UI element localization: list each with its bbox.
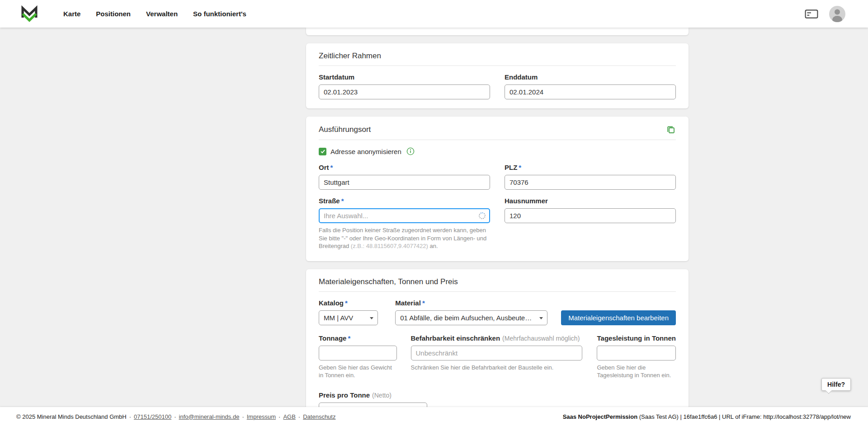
plz-input[interactable] [505, 175, 676, 190]
nav-item-positionen[interactable]: Positionen [96, 10, 131, 18]
loading-spinner-icon [479, 212, 486, 219]
tagesleistung-hint: Geben Sie hier die Tagesleistung in Tonn… [597, 364, 676, 379]
hausnummer-field: Hausnummer [505, 197, 676, 250]
katalog-field: Katalog * MM | AVV [319, 299, 378, 325]
footer-environment-info: Saas NoProjectPermission (Saas Test AG) … [563, 413, 851, 420]
help-button[interactable]: Hilfe? [821, 378, 851, 391]
katalog-select[interactable]: MM | AVV [319, 310, 378, 325]
preis-field: Preis pro Tonne (Netto) [319, 391, 676, 407]
required-marker: * [345, 299, 348, 307]
footer-saas-name: Saas NoProjectPermission [563, 413, 637, 420]
tagesleistung-label-text: Tagesleistung in Tonnen [597, 334, 675, 342]
preis-label-text: Preis pro Tonne [319, 391, 370, 399]
strasse-hint: Falls die Position keiner Straße zugeord… [319, 226, 490, 250]
plz-label-text: PLZ [505, 164, 517, 171]
footer-left: © 2025 Mineral Minds Deutschland GmbH · … [16, 413, 335, 420]
tagesleistung-input[interactable] [597, 346, 676, 360]
location-card: Ausführungsort Adresse anonymisieren [306, 117, 689, 261]
previous-card-bottom [306, 28, 689, 35]
form-column: Zeitlicher Rahmen Startdatum Enddatum [306, 28, 689, 407]
required-marker: * [422, 299, 425, 307]
location-title: Ausführungsort [319, 125, 371, 134]
material-field: Material * 01 Abfälle, die beim Aufsuche… [395, 299, 547, 325]
tonnage-label-text: Tonnage [319, 334, 346, 342]
startdatum-field: Startdatum [319, 73, 490, 99]
tonnage-input[interactable] [319, 346, 397, 360]
material-row-1: Katalog * MM | AVV Material * 01 Abfälle… [319, 299, 676, 325]
tagesleistung-field: Tagesleistung in Tonnen Geben Sie hier d… [597, 334, 676, 379]
footer-email-link[interactable]: info@mineral-minds.de [179, 413, 240, 420]
befahrbarkeit-label-note: (Mehrfachauswahl möglich) [502, 335, 580, 342]
hausnummer-label: Hausnummer [505, 197, 676, 205]
card-icon[interactable] [805, 9, 818, 19]
startdatum-input[interactable] [319, 84, 490, 99]
strasse-hint-end: an. [428, 243, 438, 249]
katalog-label-text: Katalog [319, 299, 344, 307]
footer-separator: · [174, 413, 176, 420]
required-marker: * [519, 164, 521, 171]
strasse-input[interactable] [319, 208, 490, 223]
ort-label-text: Ort [319, 164, 329, 171]
material-select[interactable]: 01 Abfälle, die beim Aufsuchen, Ausbeute… [395, 310, 547, 325]
material-title: Materialeigenschaften, Tonnen und Preis [319, 277, 458, 286]
location-title-row: Ausführungsort [319, 125, 676, 140]
footer: © 2025 Mineral Minds Deutschland GmbH · … [0, 407, 868, 426]
preis-label-note: (Netto) [372, 392, 392, 399]
plz-label: PLZ * [505, 164, 676, 171]
anonymize-checkbox[interactable] [319, 148, 326, 155]
enddatum-label-text: Enddatum [505, 73, 538, 81]
footer-copyright: © 2025 Mineral Minds Deutschland GmbH [16, 413, 127, 420]
ort-field: Ort * [319, 164, 490, 190]
footer-phone-link[interactable]: 07151/250100 [134, 413, 171, 420]
befahrbarkeit-input[interactable] [411, 346, 583, 360]
footer-impressum-link[interactable]: Impressum [247, 413, 276, 420]
nav-right [805, 6, 845, 22]
page-content: Zeitlicher Rahmen Startdatum Enddatum [0, 28, 868, 407]
enddatum-input[interactable] [505, 84, 676, 99]
anonymize-label: Adresse anonymisieren [330, 148, 401, 155]
material-label-text: Material [395, 299, 421, 307]
strasse-label: Straße * [319, 197, 490, 205]
preis-input[interactable] [319, 403, 427, 407]
location-grid: Ort * PLZ * Straße * [319, 164, 676, 250]
nav-item-so-funktionierts[interactable]: So funktioniert's [193, 10, 246, 18]
material-label: Material * [395, 299, 547, 307]
footer-datenschutz-link[interactable]: Datenschutz [303, 413, 335, 420]
plz-field: PLZ * [505, 164, 676, 190]
check-icon [320, 149, 326, 154]
nav-item-verwalten[interactable]: Verwalten [146, 10, 178, 18]
startdatum-label: Startdatum [319, 73, 490, 81]
hausnummer-label-text: Hausnummer [505, 197, 548, 205]
enddatum-label: Enddatum [505, 73, 676, 81]
copy-icon[interactable] [666, 125, 676, 135]
nav-item-karte[interactable]: Karte [63, 10, 80, 18]
edit-material-properties-button[interactable]: Materialeigenschaften bearbeiten [561, 310, 676, 325]
ort-input[interactable] [319, 175, 490, 190]
befahrbarkeit-field: Befahrbarkeit einschränken (Mehrfachausw… [411, 334, 583, 372]
tonnage-label: Tonnage * [319, 334, 397, 342]
footer-separator: · [298, 413, 300, 420]
anonymize-row: Adresse anonymisieren [319, 147, 676, 155]
timeframe-card: Zeitlicher Rahmen Startdatum Enddatum [306, 43, 689, 108]
material-title-row: Materialeigenschaften, Tonnen und Preis [319, 277, 676, 292]
required-marker: * [348, 334, 350, 342]
footer-saas-details: (Saas Test AG) | 16fae1ffc6a6 | URL of i… [637, 413, 851, 420]
info-icon[interactable] [406, 147, 415, 155]
hausnummer-input[interactable] [505, 208, 676, 223]
tonnage-field: Tonnage * Geben Sie hier das Gewicht in … [319, 334, 397, 379]
top-nav: Karte Positionen Verwalten So funktionie… [0, 0, 868, 28]
timeframe-grid: Startdatum Enddatum [319, 73, 676, 99]
befahrbarkeit-label: Befahrbarkeit einschränken (Mehrfachausw… [411, 334, 583, 342]
strasse-label-text: Straße [319, 197, 340, 205]
user-avatar[interactable] [829, 6, 845, 22]
befahrbarkeit-hint: Schränken Sie hier die Befahrbarkeit der… [411, 364, 583, 372]
chevron-down-icon [539, 317, 543, 319]
person-icon [829, 6, 845, 22]
katalog-select-value: MM | AVV [324, 314, 353, 322]
timeframe-title: Zeitlicher Rahmen [319, 51, 381, 61]
mineral-minds-logo[interactable] [20, 5, 39, 23]
timeframe-title-row: Zeitlicher Rahmen [319, 51, 676, 66]
footer-agb-link[interactable]: AGB [283, 413, 295, 420]
required-marker: * [341, 197, 344, 205]
strasse-input-wrap [319, 208, 490, 223]
